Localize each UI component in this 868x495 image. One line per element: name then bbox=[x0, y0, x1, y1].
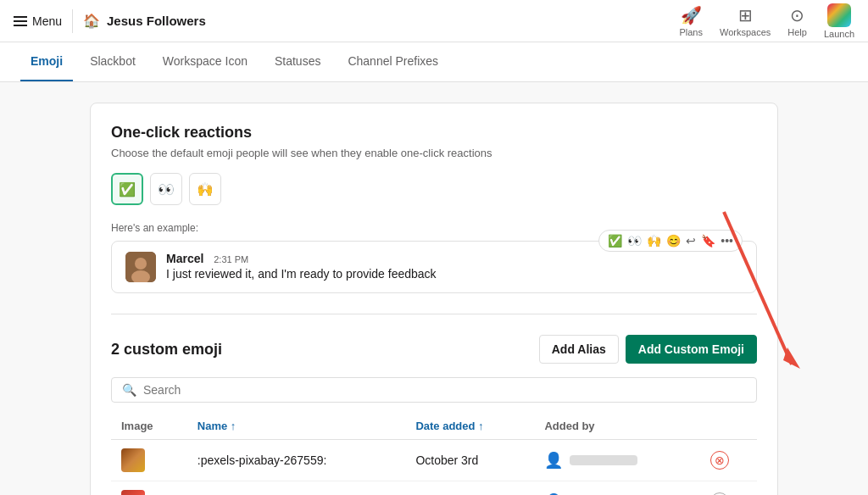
emoji-date-cell-2: October 3rd bbox=[405, 481, 534, 496]
emoji-image-cell bbox=[111, 440, 187, 481]
launch-app-icon bbox=[827, 3, 851, 27]
workspaces-label: Workspaces bbox=[720, 27, 771, 37]
plans-icon: 🚀 bbox=[681, 5, 702, 25]
emoji-table: Image Name ↑ Date added ↑ Added by :pexe… bbox=[111, 413, 757, 495]
reaction-checkmark[interactable]: ✅ bbox=[608, 234, 622, 248]
col-actions bbox=[700, 413, 757, 440]
col-name[interactable]: Name ↑ bbox=[187, 413, 406, 440]
workspaces-icon: ⊞ bbox=[738, 5, 753, 25]
emoji-added-by-cell: 👤 bbox=[534, 440, 699, 481]
col-date-added[interactable]: Date added ↑ bbox=[405, 413, 534, 440]
emoji-btn-cheers[interactable]: 🙌 bbox=[189, 173, 221, 205]
message-body: Marcel 2:31 PM I just reviewed it, and I… bbox=[166, 252, 743, 281]
one-click-title: One-click reactions bbox=[111, 124, 757, 142]
plans-label: Plans bbox=[679, 27, 703, 37]
emoji-image-cell-2 bbox=[111, 481, 187, 496]
add-custom-emoji-button[interactable]: Add Custom Emoji bbox=[626, 335, 757, 364]
header-divider bbox=[72, 9, 73, 33]
emoji-delete-cell-2: ⊗ bbox=[700, 481, 757, 496]
add-alias-button[interactable]: Add Alias bbox=[539, 335, 619, 364]
emoji-thumbnail-1 bbox=[121, 448, 145, 472]
emoji-button-group: ✅ 👀 🙌 bbox=[111, 173, 757, 205]
reaction-smile[interactable]: 😊 bbox=[666, 234, 681, 248]
reaction-bookmark[interactable]: 🔖 bbox=[701, 234, 715, 248]
emoji-btn-eyes[interactable]: 👀 bbox=[150, 173, 182, 205]
user-icon-1: 👤 bbox=[544, 451, 563, 470]
reaction-cheers[interactable]: 🙌 bbox=[647, 234, 661, 248]
workspaces-button[interactable]: ⊞ Workspaces bbox=[720, 5, 771, 37]
delete-button-1[interactable]: ⊗ bbox=[710, 451, 729, 470]
svg-point-1 bbox=[135, 258, 147, 270]
avatar bbox=[125, 252, 156, 282]
emoji-name-cell-2: :thebible: bbox=[187, 481, 406, 496]
user-cell-1: 👤 bbox=[544, 451, 689, 470]
tab-bar: Emoji Slackbot Workspace Icon Statuses C… bbox=[0, 42, 868, 82]
home-icon: 🏠 bbox=[83, 13, 100, 29]
tab-workspace-icon[interactable]: Workspace Icon bbox=[153, 42, 258, 81]
user-name-blur-1 bbox=[570, 455, 637, 465]
hamburger-icon bbox=[14, 16, 27, 26]
help-label: Help bbox=[787, 27, 807, 37]
launch-label: Launch bbox=[824, 29, 854, 39]
menu-button[interactable]: Menu bbox=[14, 14, 62, 28]
reaction-eyes[interactable]: 👀 bbox=[627, 234, 642, 248]
tab-emoji[interactable]: Emoji bbox=[20, 42, 73, 81]
emoji-name-cell: :pexels-pixabay-267559: bbox=[187, 440, 406, 481]
tab-statuses[interactable]: Statuses bbox=[264, 42, 331, 81]
search-input[interactable] bbox=[143, 383, 746, 397]
tab-slackbot[interactable]: Slackbot bbox=[80, 42, 146, 81]
emoji-btn-checkmark[interactable]: ✅ bbox=[111, 173, 143, 205]
message-time: 2:31 PM bbox=[214, 254, 248, 264]
section-divider bbox=[111, 314, 757, 314]
launch-button[interactable]: Launch bbox=[824, 3, 854, 39]
header-nav: 🚀 Plans ⊞ Workspaces ⊙ Help Launch bbox=[679, 3, 854, 39]
menu-label: Menu bbox=[32, 14, 62, 28]
custom-emoji-title: 2 custom emoji bbox=[111, 341, 222, 359]
emoji-thumbnail-2 bbox=[121, 490, 145, 495]
workspace-name: 🏠 Jesus Followers bbox=[83, 13, 206, 29]
custom-emoji-header: 2 custom emoji Add Alias Add Custom Emoj… bbox=[111, 335, 757, 364]
message-author: Marcel bbox=[166, 252, 203, 265]
search-icon: 🔍 bbox=[122, 383, 136, 397]
reaction-toolbar: ✅ 👀 🙌 😊 ↩ 🔖 ••• bbox=[598, 230, 743, 252]
message-text: I just reviewed it, and I'm ready to pro… bbox=[166, 267, 743, 281]
tab-channel-prefixes[interactable]: Channel Prefixes bbox=[337, 42, 448, 81]
search-bar: 🔍 bbox=[111, 377, 757, 403]
table-row: :pexels-pixabay-267559: October 3rd 👤 ⊗ bbox=[111, 440, 757, 481]
plans-button[interactable]: 🚀 Plans bbox=[679, 5, 703, 37]
table-row: :thebible: October 3rd 👤 ⊗ bbox=[111, 481, 757, 496]
emoji-date-cell: October 3rd bbox=[405, 440, 534, 481]
col-added-by: Added by bbox=[534, 413, 699, 440]
message-preview: ✅ 👀 🙌 😊 ↩ 🔖 ••• Marcel bbox=[111, 241, 757, 293]
one-click-desc: Choose the default emoji people will see… bbox=[111, 147, 757, 159]
reaction-more[interactable]: ••• bbox=[721, 234, 733, 248]
help-button[interactable]: ⊙ Help bbox=[787, 5, 807, 37]
emoji-action-buttons: Add Alias Add Custom Emoji bbox=[539, 335, 757, 364]
col-image: Image bbox=[111, 413, 187, 440]
table-header-row: Image Name ↑ Date added ↑ Added by bbox=[111, 413, 757, 440]
help-icon: ⊙ bbox=[790, 5, 804, 25]
emoji-delete-cell-1: ⊗ bbox=[700, 440, 757, 481]
emoji-added-by-cell-2: 👤 bbox=[534, 481, 699, 496]
reaction-reply[interactable]: ↩ bbox=[686, 234, 696, 248]
